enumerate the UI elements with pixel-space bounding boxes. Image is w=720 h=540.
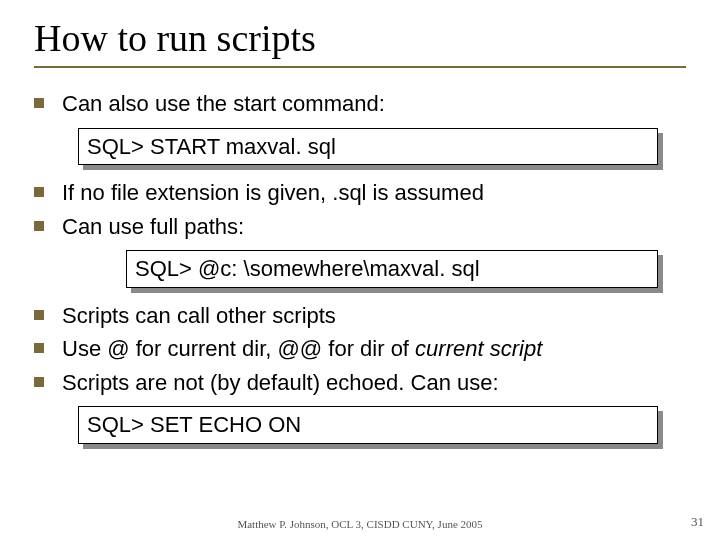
code-box: SQL> SET ECHO ON bbox=[78, 406, 658, 444]
square-bullet-icon bbox=[34, 343, 44, 353]
slide-title: How to run scripts bbox=[34, 16, 686, 60]
bullet-item: If no file extension is given, .sql is a… bbox=[34, 179, 686, 207]
bullet-text-emph: current script bbox=[415, 336, 542, 361]
square-bullet-icon bbox=[34, 187, 44, 197]
slide-body: Can also use the start command: SQL> STA… bbox=[34, 90, 686, 444]
bullet-text: If no file extension is given, .sql is a… bbox=[62, 179, 686, 207]
slide: How to run scripts Can also use the star… bbox=[0, 0, 720, 540]
page-number: 31 bbox=[691, 514, 704, 530]
bullet-text: Use @ for current dir, @@ for dir of cur… bbox=[62, 335, 686, 363]
square-bullet-icon bbox=[34, 98, 44, 108]
bullet-item: Can also use the start command: bbox=[34, 90, 686, 118]
code-box: SQL> START maxval. sql bbox=[78, 128, 658, 166]
bullet-item: Can use full paths: bbox=[34, 213, 686, 241]
code-box: SQL> @c: \somewhere\maxval. sql bbox=[126, 250, 658, 288]
square-bullet-icon bbox=[34, 377, 44, 387]
slide-footer: Matthew P. Johnson, OCL 3, CISDD CUNY, J… bbox=[0, 518, 720, 530]
bullet-text: Can use full paths: bbox=[62, 213, 686, 241]
bullet-item: Use @ for current dir, @@ for dir of cur… bbox=[34, 335, 686, 363]
bullet-text-part: Use @ for current dir, @@ for dir of bbox=[62, 336, 415, 361]
bullet-text: Scripts can call other scripts bbox=[62, 302, 686, 330]
bullet-item: Scripts can call other scripts bbox=[34, 302, 686, 330]
code-box-content: SQL> @c: \somewhere\maxval. sql bbox=[126, 250, 658, 288]
title-underline: How to run scripts bbox=[34, 16, 686, 68]
bullet-item: Scripts are not (by default) echoed. Can… bbox=[34, 369, 686, 397]
square-bullet-icon bbox=[34, 221, 44, 231]
square-bullet-icon bbox=[34, 310, 44, 320]
code-box-content: SQL> START maxval. sql bbox=[78, 128, 658, 166]
code-box-content: SQL> SET ECHO ON bbox=[78, 406, 658, 444]
bullet-text: Scripts are not (by default) echoed. Can… bbox=[62, 369, 686, 397]
bullet-text: Can also use the start command: bbox=[62, 90, 686, 118]
